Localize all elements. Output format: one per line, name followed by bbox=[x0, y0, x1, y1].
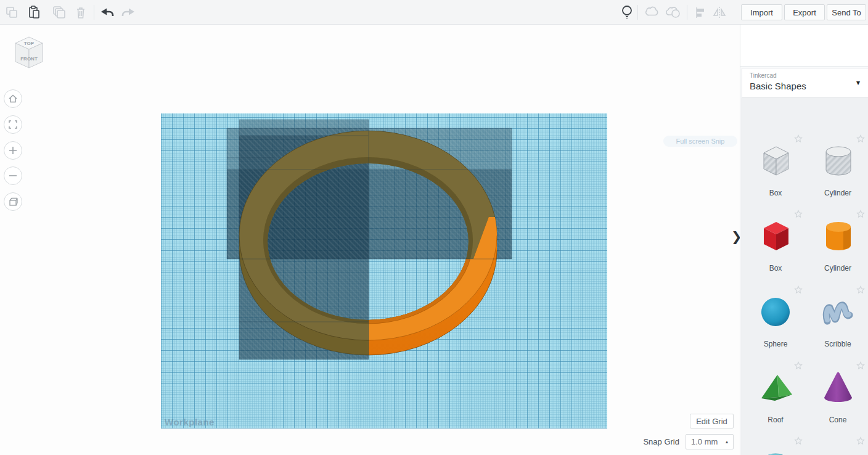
toolbar-divider bbox=[687, 5, 687, 20]
redo-icon[interactable] bbox=[120, 3, 138, 22]
fit-view-button[interactable] bbox=[4, 115, 22, 134]
paste-icon[interactable] bbox=[25, 3, 43, 22]
shape-label: Scribble bbox=[809, 340, 866, 348]
export-button[interactable]: Export bbox=[784, 4, 825, 20]
shape-card-roof[interactable]: Roof bbox=[747, 361, 804, 434]
tips-lightbulb-icon[interactable] bbox=[618, 3, 636, 22]
view-cube[interactable]: TOP FRONT bbox=[10, 32, 47, 78]
viewcube-top-label: TOP bbox=[24, 41, 35, 46]
perspective-toggle-button[interactable] bbox=[4, 192, 22, 211]
favorite-star-icon[interactable] bbox=[856, 437, 865, 448]
category-label: Basic Shapes bbox=[750, 81, 806, 91]
import-button[interactable]: Import bbox=[741, 4, 782, 20]
cone-shape-icon bbox=[819, 369, 857, 409]
send-to-button[interactable]: Send To bbox=[827, 4, 866, 20]
ungroup-icon[interactable] bbox=[665, 3, 683, 22]
caret-up-icon: ▴ bbox=[726, 439, 728, 445]
home-view-button[interactable] bbox=[4, 89, 22, 108]
chevron-down-icon: ▾ bbox=[856, 78, 860, 87]
snap-grid-select[interactable]: 1.0 mm ▴ bbox=[686, 434, 734, 449]
shape-label: Sphere bbox=[747, 340, 804, 348]
scribble-shape-icon bbox=[819, 293, 857, 334]
box-shape-icon bbox=[756, 217, 795, 258]
shapes-panel: Workplane Ruler Tinkercad Basic Shapes ▾ bbox=[740, 25, 868, 455]
mirror-icon[interactable] bbox=[710, 3, 729, 22]
workplane-watermark: Workplane bbox=[165, 417, 215, 427]
round-roof-shape-icon bbox=[756, 444, 795, 455]
shape-card-cone[interactable]: Cone bbox=[809, 361, 866, 434]
shape-label: Box bbox=[747, 264, 804, 273]
sphere-shape-icon bbox=[756, 293, 795, 334]
duplicate-icon[interactable] bbox=[49, 3, 68, 22]
ghost-tooltip: Full screen Snip bbox=[663, 136, 737, 147]
snap-grid-value: 1.0 mm bbox=[691, 437, 718, 446]
align-icon[interactable] bbox=[690, 3, 709, 22]
edit-grid-button[interactable]: Edit Grid bbox=[690, 414, 734, 428]
3d-scene[interactable] bbox=[161, 113, 607, 428]
snap-grid-label: Snap Grid bbox=[635, 437, 679, 446]
top-toolbar: Import Export Send To bbox=[0, 0, 868, 25]
shape-card-scribble[interactable]: Scribble bbox=[809, 285, 866, 358]
favorite-star-icon[interactable] bbox=[856, 210, 865, 221]
shape-card-box-hole[interactable]: Box bbox=[747, 134, 804, 207]
zoom-out-button[interactable] bbox=[4, 166, 22, 185]
copy-icon[interactable] bbox=[2, 3, 21, 22]
toolbar-divider bbox=[94, 5, 94, 20]
tinkercad-editor: Import Export Send To TOP FRONT bbox=[0, 0, 868, 455]
shape-card-box[interactable]: Box bbox=[747, 210, 804, 282]
shape-card-round-roof[interactable] bbox=[747, 437, 804, 455]
favorite-star-icon[interactable] bbox=[856, 361, 865, 372]
favorite-star-icon[interactable] bbox=[856, 285, 865, 297]
text-shape-icon: TEXT bbox=[819, 444, 857, 455]
shape-category-dropdown[interactable]: Tinkercad Basic Shapes ▾ bbox=[742, 68, 868, 97]
shape-card-sphere[interactable]: Sphere bbox=[747, 285, 804, 358]
delete-icon[interactable] bbox=[72, 3, 90, 22]
brand-label: Tinkercad bbox=[750, 72, 777, 79]
zoom-in-button[interactable] bbox=[4, 141, 22, 160]
box-hole-shape-icon bbox=[756, 142, 795, 182]
shape-card-text[interactable]: TEXT bbox=[809, 437, 866, 455]
cylinder-hole-shape-icon bbox=[819, 142, 857, 182]
group-icon[interactable] bbox=[642, 3, 661, 22]
toolbar-divider bbox=[637, 5, 638, 20]
shape-label: Cone bbox=[809, 416, 866, 424]
shape-label: Box bbox=[747, 189, 804, 197]
favorite-star-icon[interactable] bbox=[856, 134, 865, 146]
undo-icon[interactable] bbox=[97, 3, 116, 22]
shape-label: Cylinder bbox=[809, 264, 866, 273]
favorite-star-icon[interactable] bbox=[794, 437, 803, 448]
shape-card-cylinder-hole[interactable]: Cylinder bbox=[809, 134, 866, 207]
shape-label: Roof bbox=[747, 416, 804, 424]
favorite-star-icon[interactable] bbox=[794, 134, 803, 146]
favorite-star-icon[interactable] bbox=[794, 361, 803, 372]
favorite-star-icon[interactable] bbox=[794, 285, 803, 297]
viewcube-front-label: FRONT bbox=[20, 56, 38, 62]
favorite-star-icon[interactable] bbox=[794, 210, 803, 221]
shape-label: Cylinder bbox=[809, 189, 866, 197]
roof-shape-icon bbox=[756, 369, 795, 409]
shapes-gallery: Box Cylinder bbox=[741, 97, 868, 455]
cylinder-shape-icon bbox=[819, 217, 857, 258]
shape-card-cylinder[interactable]: Cylinder bbox=[809, 210, 866, 282]
